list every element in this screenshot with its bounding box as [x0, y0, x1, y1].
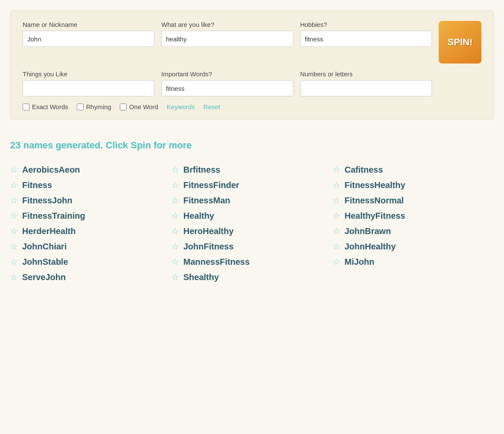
like-label: What are you like?	[161, 21, 293, 28]
name-text: Cafitness	[345, 165, 383, 175]
name-text: HealthyFitness	[345, 211, 405, 221]
name-text: HeroHealthy	[183, 226, 234, 236]
star-icon[interactable]: ☆	[10, 165, 18, 175]
list-item: ☆HealthyFitness	[333, 211, 494, 221]
reset-button[interactable]: Reset	[203, 103, 220, 110]
name-text: FitnessMan	[183, 196, 230, 205]
like-group: What are you like?	[161, 21, 293, 47]
list-item: ☆JohnFitness	[171, 241, 333, 252]
list-item: ☆Brfitness	[171, 165, 333, 175]
one-word-checkbox-label[interactable]: One Word	[120, 103, 158, 110]
name-label: Name or Nickname	[23, 21, 154, 28]
like-input[interactable]	[161, 31, 293, 47]
list-item: ☆MannessFitness	[171, 257, 333, 267]
name-text: Brfitness	[183, 165, 220, 175]
numbers-group: Numbers or letters	[300, 70, 432, 96]
exact-words-checkbox-label[interactable]: Exact Words	[23, 103, 68, 110]
hobbies-label: Hobbies?	[300, 21, 432, 28]
list-item: ☆JohnHealthy	[333, 241, 494, 252]
name-group: Name or Nickname	[23, 21, 154, 47]
name-text: JohnStable	[22, 257, 68, 267]
star-icon[interactable]: ☆	[171, 195, 179, 205]
star-icon[interactable]: ☆	[171, 211, 179, 221]
name-text: MiJohn	[345, 257, 374, 267]
star-icon[interactable]: ☆	[171, 165, 179, 175]
rhyming-checkbox-label[interactable]: Rhyming	[77, 103, 111, 110]
list-item: ☆FitnessHealthy	[333, 180, 494, 190]
name-text: FitnessFinder	[183, 180, 239, 190]
star-icon[interactable]: ☆	[10, 226, 18, 236]
name-text: AerobicsAeon	[22, 165, 80, 175]
star-icon[interactable]: ☆	[171, 180, 179, 190]
name-text: JohnHealthy	[345, 242, 396, 252]
keywords-button[interactable]: Keywords	[167, 103, 195, 110]
numbers-input[interactable]	[300, 80, 432, 96]
checkboxes-row: Exact Words Rhyming One Word Keywords Re…	[23, 103, 481, 110]
top-form-row: Name or Nickname What are you like? Hobb…	[23, 21, 481, 64]
list-item: ☆Shealthy	[171, 272, 333, 282]
list-item: ☆JohnStable	[10, 257, 171, 267]
list-item: ☆HerderHealth	[10, 226, 171, 236]
name-text: FitnessNormal	[345, 196, 404, 205]
list-item: ☆Cafitness	[333, 165, 494, 175]
star-icon[interactable]: ☆	[333, 211, 340, 221]
star-icon[interactable]: ☆	[10, 241, 18, 252]
exact-words-label: Exact Words	[32, 103, 68, 110]
name-text: FitnessHealthy	[345, 180, 405, 190]
exact-words-checkbox[interactable]	[23, 104, 29, 110]
rhyming-label: Rhyming	[86, 103, 111, 110]
results-count: 23 names generated. Click Spin for more	[10, 140, 494, 151]
star-icon[interactable]: ☆	[10, 257, 18, 267]
star-icon[interactable]: ☆	[333, 165, 340, 175]
star-icon[interactable]: ☆	[171, 226, 179, 236]
name-text: HerderHealth	[22, 226, 76, 236]
star-icon[interactable]: ☆	[333, 241, 340, 252]
results-section: 23 names generated. Click Spin for more …	[10, 140, 494, 282]
name-input[interactable]	[23, 31, 154, 47]
star-icon[interactable]: ☆	[171, 272, 179, 282]
list-item: ☆HeroHealthy	[171, 226, 333, 236]
numbers-label: Numbers or letters	[300, 70, 432, 78]
form-panel: Name or Nickname What are you like? Hobb…	[10, 10, 494, 119]
star-icon[interactable]: ☆	[10, 211, 18, 221]
list-item: ☆FitnessFinder	[171, 180, 333, 190]
list-item: ☆FitnessTraining	[10, 211, 171, 221]
things-group: Things you Like	[23, 70, 154, 96]
important-label: Important Words?	[161, 70, 293, 78]
star-icon[interactable]: ☆	[333, 226, 340, 236]
star-icon[interactable]: ☆	[333, 180, 340, 190]
star-icon[interactable]: ☆	[10, 272, 18, 282]
one-word-label: One Word	[129, 103, 158, 110]
name-text: MannessFitness	[183, 257, 250, 267]
one-word-checkbox[interactable]	[120, 104, 127, 110]
name-text: JohnBrawn	[345, 226, 391, 236]
list-item: ☆FitnessMan	[171, 195, 333, 205]
list-item: ☆AerobicsAeon	[10, 165, 171, 175]
spin-button[interactable]: SPIN!	[439, 21, 481, 64]
bottom-form-row: Things you Like Important Words? Numbers…	[23, 70, 481, 96]
list-item: ☆MiJohn	[333, 257, 494, 267]
hobbies-input[interactable]	[300, 31, 432, 47]
important-input[interactable]	[161, 80, 293, 96]
name-text: JohnFitness	[183, 242, 234, 252]
list-item: ☆FitnessNormal	[333, 195, 494, 205]
name-text: JohnChiari	[22, 242, 67, 252]
name-text: Fitness	[22, 180, 52, 190]
things-input[interactable]	[23, 80, 154, 96]
list-item: ☆ServeJohn	[10, 272, 171, 282]
star-icon[interactable]: ☆	[10, 195, 18, 205]
star-icon[interactable]: ☆	[10, 180, 18, 190]
name-text: FitnessJohn	[22, 196, 72, 205]
star-icon[interactable]: ☆	[171, 257, 179, 267]
rhyming-checkbox[interactable]	[77, 104, 84, 110]
star-icon[interactable]: ☆	[333, 195, 340, 205]
star-icon[interactable]: ☆	[333, 257, 340, 267]
name-text: FitnessTraining	[22, 211, 85, 221]
star-icon[interactable]: ☆	[171, 241, 179, 252]
names-grid: ☆AerobicsAeon☆Brfitness☆Cafitness☆Fitnes…	[10, 165, 494, 282]
list-item: ☆FitnessJohn	[10, 195, 171, 205]
list-item: ☆JohnChiari	[10, 241, 171, 252]
name-text: ServeJohn	[22, 272, 66, 282]
list-item: ☆JohnBrawn	[333, 226, 494, 236]
hobbies-group: Hobbies?	[300, 21, 432, 47]
